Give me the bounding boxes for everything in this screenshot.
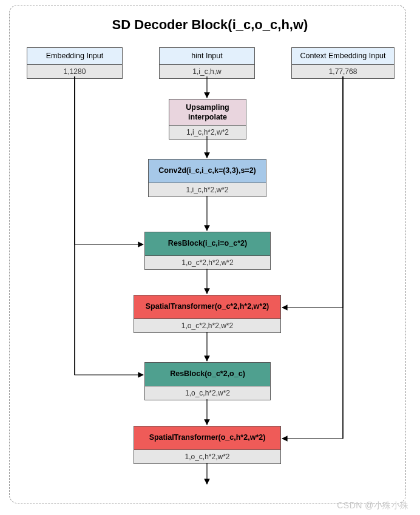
label: SpatialTransformer(o_c*2,h*2,w*2) — [134, 295, 280, 318]
shape: 1,o_c*2,h*2,w*2 — [134, 318, 280, 332]
shape: 1,i_c,h*2,w*2 — [149, 183, 266, 197]
shape: 1,o_c,h*2,w*2 — [145, 386, 270, 400]
label: SpatialTransformer(o_c,h*2,w*2) — [134, 426, 280, 449]
node-embedding-input: Embedding Input 1,1280 — [27, 47, 123, 79]
node-conv2d: Conv2d(i_c,i_c,k=(3,3),s=2) 1,i_c,h*2,w*… — [148, 159, 266, 197]
label: ResBlock(o_c*2,o_c) — [145, 363, 270, 386]
watermark: CSDN @小殊小殊 — [337, 500, 409, 511]
label: hint Input — [160, 48, 254, 64]
label: Embedding Input — [27, 48, 122, 64]
node-upsample: Upsampling interpolate 1,i_c,h*2,w*2 — [169, 99, 246, 140]
shape: 1,77,768 — [292, 64, 394, 78]
node-context-input: Context Embedding Input 1,77,768 — [291, 47, 395, 79]
node-spatialtransformer-2: SpatialTransformer(o_c,h*2,w*2) 1,o_c,h*… — [134, 426, 281, 464]
diagram-title: SD Decoder Block(i_c,o_c,h,w) — [0, 17, 420, 33]
node-spatialtransformer-1: SpatialTransformer(o_c*2,h*2,w*2) 1,o_c*… — [134, 295, 281, 333]
label: Upsampling interpolate — [169, 99, 246, 125]
node-hint-input: hint Input 1,i_c,h,w — [159, 47, 255, 79]
label: Conv2d(i_c,i_c,k=(3,3),s=2) — [149, 160, 266, 183]
node-resblock-2: ResBlock(o_c*2,o_c) 1,o_c,h*2,w*2 — [144, 362, 271, 400]
label: Context Embedding Input — [292, 48, 394, 64]
label: ResBlock(i_c,i=o_c*2) — [145, 232, 270, 255]
node-resblock-1: ResBlock(i_c,i=o_c*2) 1,o_c*2,h*2,w*2 — [144, 232, 271, 270]
shape: 1,o_c,h*2,w*2 — [134, 449, 280, 463]
shape: 1,o_c*2,h*2,w*2 — [145, 255, 270, 269]
shape: 1,1280 — [27, 64, 122, 78]
shape: 1,i_c,h*2,w*2 — [169, 125, 246, 139]
shape: 1,i_c,h,w — [160, 64, 254, 78]
